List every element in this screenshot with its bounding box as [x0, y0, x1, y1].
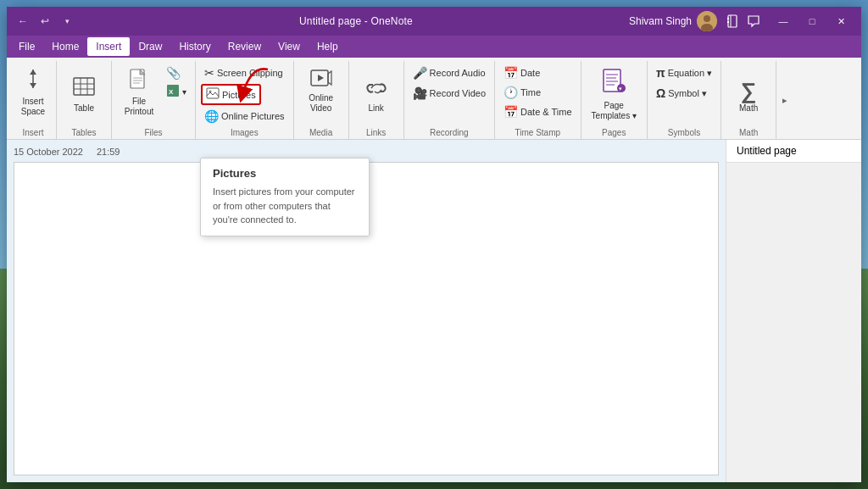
ribbon-group-recording-content: 🎤 Record Audio 🎥 Record Video: [409, 61, 489, 126]
svg-point-1: [704, 15, 710, 22]
menu-draw[interactable]: Draw: [130, 37, 170, 56]
ribbon-group-tables: Table Tables: [57, 61, 112, 139]
ribbon-group-pages: ▾ PageTemplates ▾ Pages: [581, 61, 648, 139]
insert-space-button[interactable]: InsertSpace: [15, 64, 51, 119]
equation-button[interactable]: π Equation ▾: [653, 64, 715, 81]
quick-access-button[interactable]: ▾: [58, 12, 76, 31]
tables-group-label: Tables: [62, 126, 106, 139]
ribbon-group-links-content: Link: [354, 61, 398, 126]
online-pictures-button[interactable]: 🌐 Online Pictures: [201, 108, 288, 125]
page-templates-button[interactable]: ▾ PageTemplates ▾: [587, 64, 642, 123]
ribbon-group-insert: InsertSpace Insert: [10, 61, 57, 139]
svg-rect-6: [727, 21, 729, 23]
record-video-icon: 🎥: [413, 86, 427, 100]
file-printout-button[interactable]: FilePrintout: [117, 64, 161, 119]
arrow-indicator: [234, 61, 285, 103]
maximize-button[interactable]: □: [798, 10, 826, 32]
online-video-button[interactable]: OnlineVideo: [299, 64, 343, 115]
symbol-button[interactable]: Ω Symbol ▾: [653, 85, 710, 102]
page-date: 15 October 2022: [14, 147, 83, 157]
window-controls: — □ ✕: [770, 10, 854, 32]
pages-group-label: Pages: [587, 126, 642, 139]
ribbon: InsertSpace Insert: [7, 58, 861, 140]
table-label: Table: [74, 103, 94, 114]
svg-marker-26: [318, 75, 324, 81]
attach-file-icon: 📎: [166, 66, 181, 80]
back-button[interactable]: ←: [14, 12, 32, 31]
tooltip-description: Insert pictures from your computer or fr…: [213, 185, 357, 227]
svg-rect-3: [728, 15, 737, 27]
math-group-label: Math: [726, 126, 771, 139]
spreadsheet-button[interactable]: X ▾: [163, 82, 190, 102]
menu-home[interactable]: Home: [43, 37, 87, 56]
time-label: Time: [520, 87, 541, 97]
page-time: 21:59: [97, 147, 120, 157]
date-label: Date: [520, 68, 540, 78]
record-video-label: Record Video: [430, 88, 486, 98]
files-group-label: Files: [117, 126, 190, 139]
date-button[interactable]: 📅 Date: [500, 64, 543, 81]
minimize-button[interactable]: —: [770, 10, 797, 32]
user-info: Shivam Singh: [629, 11, 717, 31]
close-button[interactable]: ✕: [827, 10, 854, 32]
symbols-group-label: Symbols: [653, 126, 715, 139]
online-video-icon: [309, 68, 333, 92]
menu-history[interactable]: History: [170, 37, 219, 56]
title-bar: ← ↩ ▾ Untitled page - OneNote Shivam Sin…: [7, 7, 861, 36]
title-bar-actions: [724, 12, 763, 31]
math-button[interactable]: ∑ Math: [726, 64, 771, 115]
menu-help[interactable]: Help: [309, 37, 347, 56]
user-avatar[interactable]: [697, 11, 717, 31]
ribbon-group-timestamp: 📅 Date 🕐 Time 📅 Date & Time Time Stamp: [495, 61, 581, 139]
symbol-icon: Ω: [656, 86, 665, 100]
ribbon-group-links: Link Links: [349, 61, 404, 139]
ribbon-group-pages-content: ▾ PageTemplates ▾: [587, 61, 642, 126]
equation-label: Equation ▾: [668, 68, 712, 79]
ribbon-group-math: ∑ Math Math: [721, 61, 776, 139]
ribbon-group-insert-content: InsertSpace: [15, 61, 51, 126]
menu-review[interactable]: Review: [220, 37, 270, 56]
ribbon-group-recording: 🎤 Record Audio 🎥 Record Video Recording: [404, 61, 495, 139]
svg-rect-5: [727, 18, 729, 19]
equation-icon: π: [656, 66, 665, 80]
user-name: Shivam Singh: [629, 15, 692, 27]
svg-marker-8: [30, 69, 36, 75]
comment-icon-button[interactable]: [744, 12, 763, 31]
notebook-icon-button[interactable]: [724, 12, 743, 31]
page-info: 15 October 2022 21:59: [14, 147, 719, 157]
date-time-button[interactable]: 📅 Date & Time: [500, 103, 576, 120]
ribbon-group-timestamp-content: 📅 Date 🕐 Time 📅 Date & Time: [500, 61, 576, 126]
tooltip-title: Pictures: [213, 167, 357, 180]
table-button[interactable]: Table: [62, 64, 106, 115]
page-item-untitled[interactable]: Untitled page: [726, 140, 861, 163]
pictures-icon: [206, 87, 220, 102]
page-templates-label: PageTemplates ▾: [592, 101, 637, 121]
record-audio-button[interactable]: 🎤 Record Audio: [409, 64, 489, 81]
files-col: 📎 X ▾: [163, 64, 190, 102]
svg-text:▾: ▾: [619, 86, 622, 92]
date-time-label: Date & Time: [520, 107, 572, 117]
menu-file[interactable]: File: [10, 37, 43, 56]
menu-bar: File Home Insert Draw History Review Vie…: [7, 36, 861, 58]
page-templates-icon: ▾: [601, 68, 626, 99]
link-button[interactable]: Link: [354, 64, 398, 115]
tooltip-popup: Pictures Insert pictures from your compu…: [200, 158, 370, 236]
window-title: Untitled page - OneNote: [83, 15, 629, 27]
ribbon-group-files-content: FilePrintout 📎 X ▾: [117, 61, 190, 126]
ribbon-expand-button[interactable]: ▸: [776, 61, 793, 139]
svg-text:X: X: [169, 88, 174, 96]
time-button[interactable]: 🕐 Time: [500, 84, 544, 101]
menu-insert[interactable]: Insert: [87, 37, 130, 56]
attach-file-button[interactable]: 📎: [163, 64, 190, 81]
links-group-label: Links: [354, 126, 398, 139]
insert-group-label: Insert: [15, 126, 51, 139]
math-icon: ∑: [741, 80, 757, 102]
spreadsheet-icon: X: [166, 84, 180, 100]
record-video-button[interactable]: 🎥 Record Video: [409, 85, 489, 102]
menu-view[interactable]: View: [270, 37, 309, 56]
undo-button[interactable]: ↩: [36, 12, 54, 31]
record-audio-icon: 🎤: [413, 66, 427, 80]
ribbon-group-symbols: π Equation ▾ Ω Symbol ▾ Symbols: [648, 61, 721, 139]
ribbon-group-symbols-content: π Equation ▾ Ω Symbol ▾: [653, 61, 715, 126]
ribbon-group-files: FilePrintout 📎 X ▾: [112, 61, 196, 139]
